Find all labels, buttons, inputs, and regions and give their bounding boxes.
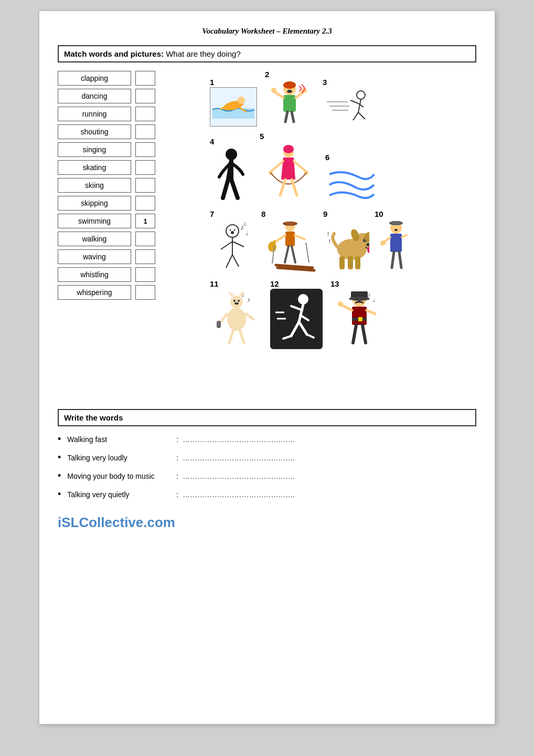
svg-line-27	[271, 161, 283, 172]
word-item: waving	[58, 249, 205, 264]
word-box: swimming	[58, 214, 131, 228]
write-dots: ……………………………………….	[183, 490, 295, 499]
svg-line-20	[358, 112, 365, 119]
svg-line-103	[307, 334, 314, 338]
answer-box[interactable]	[135, 285, 155, 300]
pic-box-12	[270, 289, 323, 349]
word-item: skipping	[58, 196, 205, 211]
svg-rect-73	[390, 234, 402, 252]
write-item: Talking very loudly : ……………………………………….	[58, 452, 476, 463]
svg-text:♩: ♩	[242, 292, 244, 298]
svg-rect-47	[286, 222, 294, 226]
svg-point-93	[233, 300, 236, 302]
word-item: whistling	[58, 267, 205, 282]
svg-text:!: !	[327, 231, 329, 237]
word-box: skiing	[58, 178, 131, 193]
pic-5: 5	[260, 133, 317, 204]
pic-9: 9	[323, 211, 370, 274]
pic-num-7: 7	[210, 209, 214, 218]
pic-num-12: 12	[270, 279, 279, 288]
svg-point-113	[338, 301, 343, 307]
svg-point-15	[357, 91, 365, 99]
pic-6: 6	[325, 154, 378, 204]
svg-text:♩: ♩	[245, 230, 248, 236]
write-desc: Moving your body to music	[67, 472, 172, 480]
svg-line-75	[402, 235, 407, 237]
write-desc: Talking very loudly	[67, 454, 172, 462]
write-item: Walking fast : ……………………………………….	[58, 434, 476, 445]
write-item: Moving your body to music : …………………………………	[58, 470, 476, 481]
write-colon: :	[176, 472, 178, 480]
svg-point-34	[229, 229, 231, 230]
svg-line-13	[292, 112, 294, 122]
answer-box[interactable]	[135, 232, 155, 246]
section2-header: Write the words	[58, 409, 476, 426]
pic-12: 12	[270, 280, 323, 349]
answer-box[interactable]	[135, 71, 155, 86]
pic-2: 2	[265, 71, 315, 127]
write-dots: ……………………………………….	[183, 454, 295, 462]
answer-box[interactable]	[135, 124, 155, 139]
pic-4: 4	[210, 138, 252, 204]
pic-1: 1	[210, 79, 257, 127]
answer-box[interactable]	[135, 249, 155, 264]
section2-label: Write the words	[64, 413, 123, 422]
answer-box[interactable]	[135, 160, 155, 175]
svg-line-50	[295, 235, 305, 239]
svg-line-49	[274, 235, 285, 243]
svg-point-63	[363, 239, 366, 242]
svg-line-101	[299, 322, 307, 334]
svg-rect-109	[352, 307, 367, 325]
svg-point-14	[287, 90, 292, 93]
svg-line-115	[353, 325, 356, 343]
answer-box[interactable]	[135, 107, 155, 121]
svg-line-56	[292, 246, 295, 262]
svg-text:!: !	[329, 238, 330, 245]
word-box: shouting	[58, 124, 131, 139]
svg-line-86	[220, 314, 227, 323]
pic-num-2: 2	[265, 70, 269, 79]
svg-line-97	[299, 304, 303, 322]
pic-num-5: 5	[260, 132, 264, 141]
svg-line-39	[232, 242, 244, 247]
svg-line-58	[306, 243, 309, 262]
word-item: skiing	[58, 178, 205, 193]
svg-point-10	[271, 88, 276, 93]
svg-rect-7	[283, 95, 296, 112]
svg-point-94	[238, 300, 240, 302]
svg-line-100	[291, 322, 299, 336]
svg-point-82	[230, 296, 243, 308]
svg-rect-48	[285, 232, 295, 246]
pic-box-3	[323, 87, 380, 127]
word-box: running	[58, 107, 131, 121]
word-box: whistling	[58, 267, 131, 282]
svg-line-114	[367, 310, 375, 314]
pic-num-1: 1	[210, 78, 214, 87]
page-title: Vocabulary Worksheet – Elementary 2.3	[58, 27, 476, 36]
svg-rect-67	[339, 256, 345, 269]
pic-3: 3	[323, 79, 380, 127]
main-content: clapping dancing running shouting singin…	[58, 71, 476, 396]
svg-point-96	[298, 294, 308, 304]
svg-point-76	[380, 240, 386, 246]
pic-box-4	[210, 146, 252, 204]
answer-box[interactable]	[135, 178, 155, 193]
svg-rect-111	[358, 317, 362, 321]
pic-11: 11	[210, 280, 262, 349]
write-dots: ……………………………………….	[183, 472, 295, 480]
pic-box-11: ♪ ♩	[210, 289, 262, 349]
svg-line-88	[246, 314, 253, 319]
answer-box[interactable]	[135, 267, 155, 282]
word-item: skating	[58, 160, 205, 175]
svg-line-98	[291, 306, 301, 310]
svg-marker-83	[228, 291, 234, 297]
pic-num-3: 3	[323, 78, 327, 87]
write-section: Write the words Walking fast : …………………………	[58, 409, 476, 500]
answer-box[interactable]	[135, 196, 155, 211]
word-item: running	[58, 107, 205, 121]
answer-box[interactable]: 1	[135, 214, 155, 228]
answer-box[interactable]	[135, 89, 155, 103]
write-desc: Talking very quietly	[67, 490, 172, 499]
answer-box[interactable]	[135, 142, 155, 157]
pic-box-6	[325, 162, 378, 204]
